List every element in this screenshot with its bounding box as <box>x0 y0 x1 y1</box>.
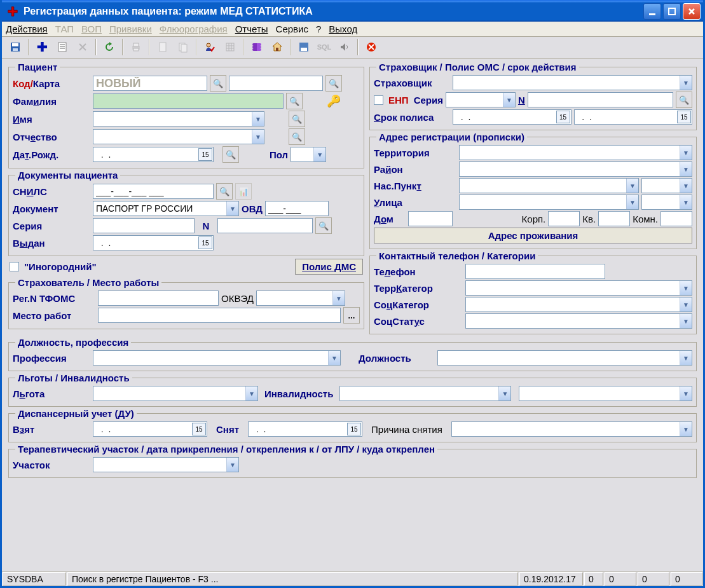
key-icon[interactable]: 🔑 <box>327 94 341 108</box>
policy-n-input[interactable] <box>528 92 673 107</box>
ovd-input[interactable] <box>265 201 329 216</box>
group-contact: Контактный телефон / Категории Телефон Т… <box>369 250 697 334</box>
profession-label: Профессия <box>13 353 67 364</box>
menu-reports[interactable]: Отчеты <box>235 24 268 34</box>
tb-stop-icon[interactable] <box>362 38 381 56</box>
invalid-extra-combo[interactable]: ▼ <box>519 386 692 401</box>
polis-dms-button[interactable]: Полис ДМС <box>295 259 363 275</box>
tb-disk-icon[interactable] <box>294 38 313 56</box>
calendar-icon[interactable]: 15 <box>192 423 206 435</box>
kv-input[interactable] <box>598 211 630 226</box>
menu-actions[interactable]: Действия <box>6 24 48 34</box>
issued-input[interactable] <box>93 235 214 250</box>
svg-rect-11 <box>181 44 187 52</box>
minimize-button[interactable] <box>643 3 661 20</box>
terrcat-label: ТеррКатегор <box>374 283 433 294</box>
section-combo[interactable]: ▼ <box>93 457 239 472</box>
workplace-input[interactable] <box>98 308 341 323</box>
firstname-combo[interactable]: ▼ <box>93 111 264 126</box>
dob-input[interactable] <box>93 147 214 162</box>
maximize-button[interactable] <box>663 3 681 20</box>
tb-book-icon[interactable] <box>247 38 266 56</box>
locality-combo[interactable]: ▼ <box>459 178 639 193</box>
middlename-lookup-button[interactable]: 🔍 <box>289 128 305 145</box>
tb-properties-icon[interactable] <box>53 38 72 56</box>
status-n3: 0 <box>638 572 669 585</box>
menu-help[interactable]: ? <box>316 24 321 34</box>
taken-input[interactable] <box>93 421 207 437</box>
menu-vaccines: Прививки <box>109 24 152 34</box>
district-combo[interactable]: ▼ <box>459 161 692 177</box>
svg-rect-13 <box>226 43 234 51</box>
policy-series-combo[interactable]: ▼ <box>446 92 516 107</box>
snils-lookup-button[interactable]: 🔍 <box>216 183 233 200</box>
tb-home-icon[interactable] <box>268 38 287 56</box>
soccat-combo[interactable]: ▼ <box>465 297 692 312</box>
number-input[interactable] <box>217 218 313 233</box>
territory-combo[interactable]: ▼ <box>459 145 692 160</box>
tb-grid-icon[interactable] <box>221 38 240 56</box>
terrcat-combo[interactable]: ▼ <box>465 280 692 296</box>
menu-service[interactable]: Сервис <box>276 24 308 34</box>
invalid-combo[interactable]: ▼ <box>339 386 511 401</box>
street-type-combo[interactable]: ▼ <box>641 195 692 210</box>
middlename-combo[interactable]: ▼ <box>93 129 264 144</box>
locality-type-combo[interactable]: ▼ <box>641 178 692 193</box>
enp-checkbox[interactable] <box>374 95 383 105</box>
tb-new-icon[interactable]: ✚ <box>32 38 51 56</box>
position-combo[interactable]: ▼ <box>437 350 692 366</box>
tb-save-icon[interactable] <box>6 38 25 56</box>
locality-label: Нас.Пункт <box>374 181 421 191</box>
tb-delete-icon[interactable] <box>73 38 92 56</box>
profession-combo[interactable]: ▼ <box>93 350 341 366</box>
reg-input[interactable] <box>98 291 219 306</box>
card-lookup-button[interactable]: 🔍 <box>325 75 342 92</box>
street-combo[interactable]: ▼ <box>459 195 639 210</box>
phone-input[interactable] <box>465 264 605 279</box>
policy-lookup-button[interactable]: 🔍 <box>676 92 692 108</box>
calendar-icon[interactable]: 15 <box>347 423 361 435</box>
code-input[interactable] <box>93 76 207 91</box>
firstname-lookup-button[interactable]: 🔍 <box>289 111 305 127</box>
tb-refresh-icon[interactable] <box>100 38 119 56</box>
calendar-icon[interactable]: 15 <box>198 148 212 161</box>
card-input[interactable] <box>229 76 323 91</box>
workplace-lookup-button[interactable]: ... <box>343 307 360 324</box>
menu-exit[interactable]: Выход <box>329 24 357 34</box>
chevron-down-icon: ▼ <box>313 147 325 161</box>
insurer-combo[interactable]: ▼ <box>453 75 692 90</box>
tb-doc1-icon[interactable] <box>153 38 172 56</box>
room-input[interactable] <box>661 211 692 226</box>
tb-user-check-icon[interactable] <box>200 38 219 56</box>
reason-combo[interactable]: ▼ <box>451 421 692 437</box>
benefit-combo[interactable]: ▼ <box>93 386 258 401</box>
foreign-checkbox[interactable] <box>10 262 19 271</box>
living-address-button[interactable]: Адрес проживания <box>374 228 692 243</box>
calendar-icon[interactable]: 15 <box>677 111 691 123</box>
doc-combo[interactable]: ПАСПОРТ ГР РОССИИ▼ <box>93 201 239 216</box>
korp-input[interactable] <box>548 211 580 226</box>
close-button[interactable] <box>683 3 701 20</box>
socstat-combo[interactable]: ▼ <box>465 313 692 329</box>
house-input[interactable] <box>408 211 453 226</box>
docnum-lookup-button[interactable]: 🔍 <box>315 217 332 234</box>
tb-doc2-icon[interactable] <box>174 38 193 56</box>
okved-combo[interactable]: ▼ <box>256 291 345 306</box>
search-icon: 🔍 <box>289 97 299 106</box>
term-from-input[interactable] <box>453 109 572 125</box>
calendar-icon[interactable]: 15 <box>556 111 570 123</box>
term-to-input[interactable] <box>574 109 693 125</box>
dob-lookup-button[interactable]: 🔍 <box>222 146 239 163</box>
lastname-input[interactable] <box>93 93 284 109</box>
series-input[interactable] <box>93 218 195 233</box>
code-lookup-button[interactable]: 🔍 <box>210 75 226 92</box>
calendar-icon[interactable]: 15 <box>198 236 212 249</box>
snils-input[interactable] <box>93 184 214 199</box>
tb-print-icon[interactable] <box>127 38 146 56</box>
lastname-lookup-button[interactable]: 🔍 <box>286 93 303 109</box>
removed-input[interactable] <box>248 421 362 437</box>
tb-sound-icon[interactable] <box>335 38 354 56</box>
tb-sql-icon[interactable]: SQL <box>315 38 334 56</box>
gender-combo[interactable]: ▼ <box>291 147 326 162</box>
house-label: Дом <box>374 214 394 224</box>
